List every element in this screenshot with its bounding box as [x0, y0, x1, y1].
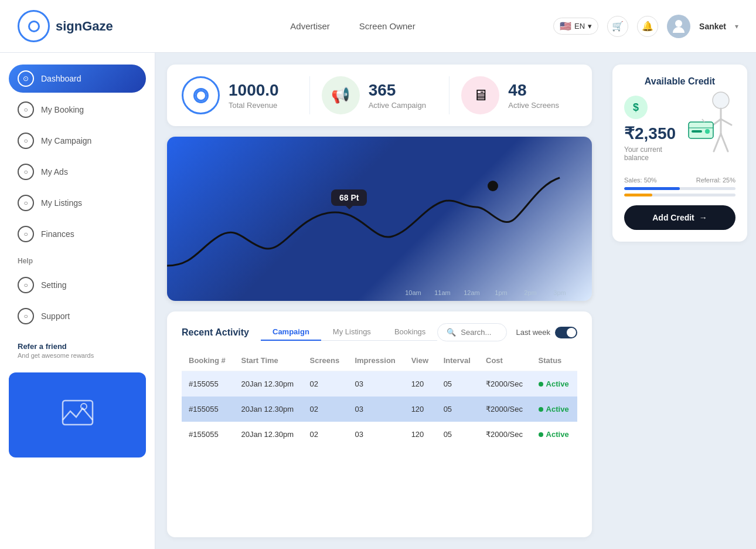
status-dot — [539, 407, 543, 412]
search-input[interactable] — [461, 328, 498, 337]
status-dot — [539, 432, 543, 437]
recent-activity-section: Recent Activity Campaign My Listings Boo… — [167, 311, 592, 537]
support-icon: ○ — [18, 308, 34, 324]
sidebar-label-my-booking: My Booking — [41, 105, 84, 114]
progress-labels: Sales: 50% Referral: 25% — [624, 177, 735, 184]
th-impression: Impression — [348, 350, 404, 371]
sidebar-refer: Refer a friend And get awesome rewards — [9, 336, 146, 365]
cell-status: Active — [532, 396, 577, 422]
campaign-value: 365 — [369, 81, 426, 100]
table-row: #155055 20Jan 12.30pm 02 03 120 05 ₹2000… — [182, 396, 577, 422]
campaign-icon: 📢 — [322, 76, 360, 114]
cell-interval: 05 — [437, 371, 479, 397]
cart-icon-button[interactable]: 🛒 — [607, 16, 628, 37]
search-box: 🔍 — [437, 323, 507, 341]
th-view: View — [404, 350, 437, 371]
sidebar-item-my-listings[interactable]: ○ My Listings — [9, 189, 146, 217]
cell-impression: 03 — [348, 371, 404, 397]
svg-rect-11 — [692, 130, 702, 133]
tab-bookings[interactable]: Bookings — [383, 324, 437, 341]
chart-data-point — [488, 181, 498, 191]
banner-image-icon — [62, 399, 94, 431]
notification-icon-button[interactable]: 🔔 — [637, 16, 658, 37]
cell-interval: 05 — [437, 396, 479, 422]
chart-label-2pm: 2pm — [516, 289, 545, 296]
referral-progress-fill — [624, 194, 652, 196]
nav-advertiser[interactable]: Advertiser — [290, 21, 330, 31]
search-icon: 🔍 — [447, 328, 456, 337]
chart-label-3pm: 3pm — [545, 289, 574, 296]
cell-screens: 02 — [303, 371, 348, 397]
sidebar-item-my-campaign[interactable]: ○ My Campaign — [9, 127, 146, 155]
sidebar-label-my-listings: My Listings — [41, 198, 82, 208]
cell-start-time: 20Jan 12.30pm — [234, 396, 302, 422]
cell-booking: #155055 — [182, 396, 234, 422]
sidebar-item-support[interactable]: ○ Support — [9, 302, 146, 330]
finances-icon: ○ — [18, 226, 34, 242]
logo-circle-inner — [28, 21, 40, 32]
dashboard-icon: ⊙ — [18, 70, 34, 87]
cell-booking: #155055 — [182, 422, 234, 447]
chart-label-11am: 11am — [428, 289, 457, 296]
refer-subtitle: And get awesome rewards — [18, 352, 137, 359]
chart-tooltip: 68 Pt — [331, 189, 367, 206]
sidebar-item-setting[interactable]: ○ Setting — [9, 271, 146, 299]
campaign-label: Active Campaign — [369, 101, 426, 110]
cell-cost: ₹2000/Sec — [479, 371, 532, 397]
svg-point-0 — [675, 20, 682, 27]
sidebar-label-my-campaign: My Campaign — [41, 136, 91, 145]
header-right: 🇺🇸 EN ▾ 🛒 🔔 Sanket ▾ — [553, 15, 738, 38]
cell-interval: 05 — [437, 422, 479, 447]
sales-progress-bar — [624, 187, 735, 190]
cell-cost: ₹2000/Sec — [479, 422, 532, 447]
cell-impression: 03 — [348, 396, 404, 422]
last-week-label: Last week — [516, 328, 550, 337]
nav-screen-owner[interactable]: Screen Owner — [359, 21, 416, 31]
sidebar-item-finances[interactable]: ○ Finances — [9, 220, 146, 248]
add-credit-button[interactable]: Add Credit → — [624, 205, 735, 230]
chart-x-labels: 10am 11am 12am 1pm 2pm 3pm — [167, 289, 592, 296]
revenue-value: 1000.0 — [229, 81, 279, 100]
user-name: Sanket — [699, 22, 726, 31]
user-chevron-icon: ▾ — [735, 22, 738, 30]
svg-point-3 — [713, 92, 729, 109]
screens-value: 48 — [508, 81, 559, 100]
cell-view: 120 — [404, 396, 437, 422]
tab-my-listings[interactable]: My Listings — [321, 324, 383, 341]
cell-view: 120 — [404, 422, 437, 447]
stats-row: 1000.0 Total Revenue 📢 365 Active Campai… — [167, 65, 592, 126]
lang-label: EN — [574, 22, 585, 30]
sidebar-label-my-ads: My Ads — [41, 167, 68, 177]
refer-title: Refer a friend — [18, 342, 137, 351]
main-content: 1000.0 Total Revenue 📢 365 Active Campai… — [155, 53, 604, 549]
my-listings-icon: ○ — [18, 195, 34, 211]
lang-chevron-icon: ▾ — [588, 22, 592, 30]
sidebar-item-dashboard[interactable]: ⊙ Dashboard — [9, 65, 146, 93]
bottom-header-row: Recent Activity Campaign My Listings Boo… — [182, 323, 577, 341]
status-dot — [539, 382, 543, 387]
stat-screens: 🖥 48 Active Screens — [449, 76, 577, 114]
section-title: Recent Activity — [182, 327, 249, 338]
my-campaign-icon: ○ — [18, 133, 34, 149]
referral-progress-bar — [624, 194, 735, 196]
credit-title: Available Credit — [624, 76, 735, 87]
last-week-toggle[interactable] — [555, 327, 577, 338]
sidebar-item-my-ads[interactable]: ○ My Ads — [9, 158, 146, 186]
screens-icon: 🖥 — [461, 76, 499, 114]
chart-label-10am: 10am — [399, 289, 428, 296]
setting-icon: ○ — [18, 277, 34, 293]
tab-campaign[interactable]: Campaign — [261, 324, 321, 341]
cell-booking: #155055 — [182, 371, 234, 397]
table-row: #155055 20Jan 12.30pm 02 03 120 05 ₹2000… — [182, 422, 577, 447]
cell-status: Active — [532, 371, 577, 397]
svg-point-12 — [705, 129, 710, 134]
stat-campaign: 📢 365 Active Campaign — [309, 76, 438, 114]
credit-subtitle: Your current balance — [624, 145, 680, 162]
my-ads-icon: ○ — [18, 164, 34, 180]
sidebar-label-setting: Setting — [41, 280, 67, 290]
credit-illustration — [680, 90, 735, 168]
language-selector[interactable]: 🇺🇸 EN ▾ — [553, 18, 598, 35]
chart-label-1pm: 1pm — [486, 289, 516, 296]
sidebar-item-my-booking[interactable]: ○ My Booking — [9, 96, 146, 124]
svg-rect-1 — [63, 401, 93, 425]
